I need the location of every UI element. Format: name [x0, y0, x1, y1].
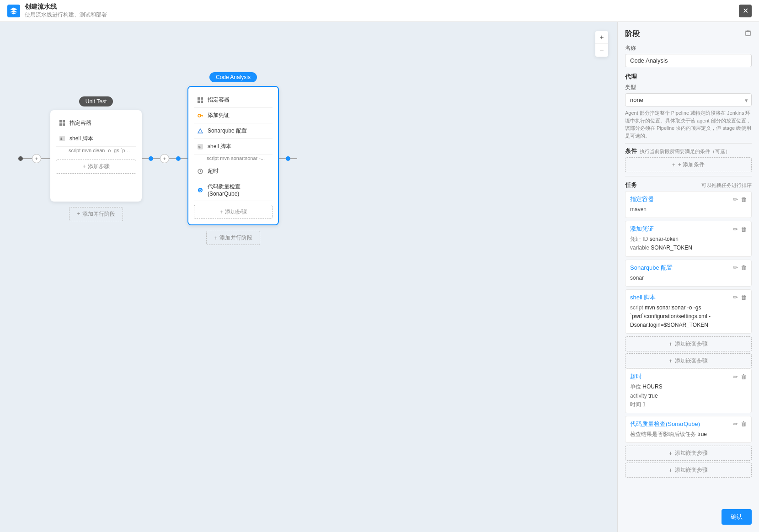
type-select-wrapper: none any label docker dockerfile ▾ [625, 93, 752, 106]
task-quality: 代码质量检查(SonarQube) ✏ 🗑 检查结果是否影响后续任务 true [625, 416, 752, 443]
add-parallel-unit-button[interactable]: + 添加并行阶段 [69, 207, 123, 221]
conditions-label: 条件 [625, 147, 637, 155]
stage-code-analysis: Code Analysis 指定容器 [187, 72, 279, 245]
step-shell-unit[interactable]: $ shell 脚本 [56, 131, 136, 147]
task-sonarqube-delete[interactable]: 🗑 [741, 264, 747, 271]
task-quality-fields: 检查结果是否影响后续任务 true [630, 430, 747, 439]
add-parallel-ca-button[interactable]: + 添加并行阶段 [206, 231, 260, 245]
step-shell-ca[interactable]: $ shell 脚本 [194, 139, 273, 154]
svg-rect-8 [198, 101, 200, 103]
step-container-unit[interactable]: 指定容器 [56, 116, 136, 131]
add-step-unit-button[interactable]: + 添加步骤 [56, 160, 136, 174]
step-timeout-ca[interactable]: 超时 [194, 164, 273, 179]
grid-icon-ca [197, 96, 204, 104]
main: + − + Unit Test [0, 22, 759, 532]
plus-parallel-unit: + [77, 211, 80, 217]
task-timeout-delete[interactable]: 🗑 [741, 373, 747, 380]
code-analysis-label: Code Analysis [209, 72, 257, 82]
confirm-button[interactable]: 确认 [722, 509, 752, 525]
task-container-edit[interactable]: ✏ [733, 196, 738, 203]
step-credential-ca[interactable]: 添加凭证 [194, 108, 273, 123]
type-select[interactable]: none any label docker dockerfile [625, 93, 752, 106]
task-quality-delete[interactable]: 🗑 [741, 420, 747, 427]
header-logo [7, 5, 20, 17]
task-timeout-title[interactable]: 超时 [630, 372, 642, 381]
plus-nested-4-icon: + [669, 467, 672, 473]
zoom-in-button[interactable]: + [595, 31, 608, 44]
add-stage-between[interactable]: + [160, 154, 169, 163]
connector-2 [279, 156, 297, 161]
agent-hint: Agent 部分指定整个 Pipeline 或特定阶段将在 Jenkins 环境… [625, 109, 752, 139]
add-nested-btn-2[interactable]: + 添加嵌套步骤 [625, 353, 752, 368]
svg-rect-1 [63, 120, 65, 122]
task-container-delete[interactable]: 🗑 [741, 196, 747, 203]
canvas: + − + Unit Test [0, 22, 617, 532]
stage-unit-test: Unit Test 指定容器 $ [50, 96, 142, 221]
add-nested-btn-3[interactable]: + 添加嵌套步骤 [625, 446, 752, 461]
task-shell-edit[interactable]: ✏ [733, 294, 738, 301]
task-credential-edit[interactable]: ✏ [733, 226, 738, 233]
panel-delete-button[interactable] [744, 29, 752, 38]
conditions-hint: 执行当前阶段所需要满足的条件（可选） [640, 148, 730, 155]
add-condition-button[interactable]: + + 添加条件 [625, 157, 752, 172]
task-shell-actions: ✏ 🗑 [733, 294, 747, 301]
grid-icon [59, 119, 66, 127]
task-shell-header: shell 脚本 ✏ 🗑 [630, 293, 747, 302]
tasks-title: 任务 [625, 181, 637, 189]
add-nested-btn-4[interactable]: + 添加嵌套步骤 [625, 463, 752, 478]
step-sonar-ca[interactable]: Sonarqube 配置 [194, 123, 273, 139]
svg-rect-3 [63, 123, 65, 126]
panel-title: 阶段 [625, 29, 752, 39]
task-credential-fields: 凭证 ID sonar-token variable SONAR_TOKEN [630, 235, 747, 252]
task-quality-edit[interactable]: ✏ [733, 420, 738, 427]
step-timeout-label: 超时 [208, 167, 219, 175]
close-button[interactable]: ✕ [739, 5, 752, 17]
step-quality-label: 代码质量检查(SonarQube) [208, 183, 270, 197]
task-container-title[interactable]: 指定容器 [630, 195, 654, 203]
name-input[interactable] [625, 54, 752, 67]
step-container-ca[interactable]: 指定容器 [194, 92, 273, 108]
svg-text:$: $ [198, 145, 201, 149]
task-quality-title[interactable]: 代码质量检查(SonarQube) [630, 420, 700, 428]
conditions-row: 条件 执行当前阶段所需要满足的条件（可选） [625, 147, 752, 155]
task-credential: 添加凭证 ✏ 🗑 凭证 ID sonar-token variable SONA… [625, 221, 752, 256]
name-field-label: 名称 [625, 44, 752, 52]
svg-text:$: $ [60, 137, 63, 141]
step-shell-ca-script: script mvn sonar:sonar -... [194, 154, 273, 164]
task-shell-title[interactable]: shell 脚本 [630, 293, 656, 302]
divider-1 [625, 143, 752, 144]
key-icon [197, 112, 204, 119]
header-subtitle: 使用流水线进行构建、测试和部署 [25, 11, 107, 19]
add-nested-btn-1[interactable]: + 添加嵌套步骤 [625, 336, 752, 351]
plus-nested-1-icon: + [669, 341, 672, 347]
task-timeout-fields: 单位 HOURS activity true 时间 1 [630, 383, 747, 409]
connector-dot-3 [286, 156, 290, 161]
task-credential-title[interactable]: 添加凭证 [630, 225, 654, 233]
task-timeout: 超时 ✏ 🗑 单位 HOURS activity true 时间 1 [625, 368, 752, 413]
step-quality-ca[interactable]: Q 代码质量检查(SonarQube) [194, 179, 273, 201]
code-analysis-card: 指定容器 添加凭证 [187, 86, 279, 225]
svg-rect-2 [59, 123, 62, 126]
add-stage-before-unit[interactable]: + [32, 154, 41, 163]
task-container-header: 指定容器 ✏ 🗑 [630, 195, 747, 203]
header-title-block: 创建流水线 使用流水线进行构建、测试和部署 [25, 3, 107, 19]
task-shell-delete[interactable]: 🗑 [741, 294, 747, 301]
svg-marker-13 [198, 129, 203, 133]
task-sonarqube-edit[interactable]: ✏ [733, 264, 738, 271]
step-credential-label: 添加凭证 [208, 112, 230, 119]
plus-nested-3-icon: + [669, 450, 672, 457]
plus-parallel-ca: + [214, 235, 217, 241]
task-sonarqube-title[interactable]: Sonarqube 配置 [630, 264, 673, 272]
task-timeout-edit[interactable]: ✏ [733, 373, 738, 380]
type-field-label: 类型 [625, 84, 752, 91]
task-container: 指定容器 ✏ 🗑 maven [625, 191, 752, 218]
task-quality-actions: ✏ 🗑 [733, 420, 747, 427]
clock-icon [197, 168, 204, 175]
svg-rect-21 [746, 32, 750, 36]
task-shell-fields: script mvn sonar:sonar -o -gs `pwd`/conf… [630, 303, 747, 330]
add-step-ca-button[interactable]: + 添加步骤 [194, 205, 273, 219]
svg-rect-6 [198, 97, 200, 100]
task-credential-delete[interactable]: 🗑 [741, 226, 747, 233]
app-container: 创建流水线 使用流水线进行构建、测试和部署 ✕ + − + [0, 0, 759, 532]
unit-test-card: 指定容器 $ shell 脚本 script mvn clean -o -gs … [50, 110, 142, 202]
